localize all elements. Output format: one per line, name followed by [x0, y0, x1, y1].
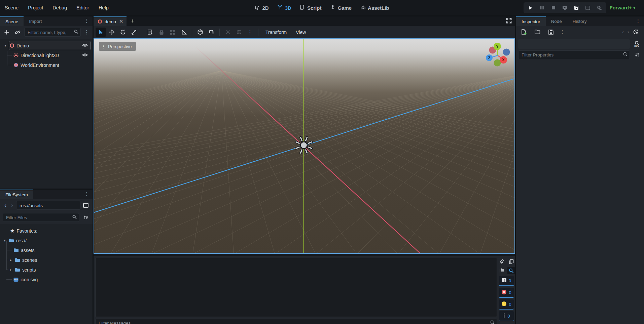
filter-messages-input[interactable] — [95, 319, 497, 324]
viewport-toolbar: ⋮ Transform View — [94, 26, 515, 38]
clear-log-icon[interactable] — [498, 258, 505, 265]
godot-file-icon — [13, 277, 19, 282]
workspace-3d-button[interactable]: 3D — [278, 5, 291, 11]
menu-scene[interactable]: Scene — [0, 0, 23, 15]
folder-icon — [15, 268, 20, 272]
menu-help[interactable]: Help — [94, 0, 113, 15]
property-tools-icon[interactable] — [632, 50, 642, 59]
workspace-game-button[interactable]: Game — [330, 5, 352, 11]
fs-row-scenes[interactable]: ▸ scenes — [0, 255, 93, 265]
inspector-object-row: DOC — [516, 39, 644, 49]
fs-row-icon-svg[interactable]: icon.svg — [0, 275, 93, 284]
preview-environment-icon[interactable] — [234, 28, 244, 37]
inspector-menu-icon[interactable]: ⋮ — [633, 18, 643, 24]
scene-node-row-demo[interactable]: ▾ Demo — [0, 41, 93, 50]
renderer-dropdown[interactable]: Forward+ ▾ — [610, 5, 635, 10]
load-resource-icon[interactable] — [532, 27, 542, 37]
tab-filesystem[interactable]: FileSystem — [0, 190, 33, 199]
chevron-right-icon[interactable]: ▸ — [9, 258, 13, 262]
visibility-eye-icon[interactable] — [82, 53, 88, 58]
play-button[interactable] — [526, 3, 536, 12]
copy-log-icon[interactable] — [507, 258, 515, 265]
select-tool-button[interactable] — [96, 28, 106, 37]
menu-debug[interactable]: Debug — [48, 0, 72, 15]
menu-project[interactable]: Project — [23, 0, 48, 15]
filter-properties-input[interactable] — [518, 50, 630, 59]
group-tool-icon[interactable] — [168, 28, 178, 37]
lock-tool-icon[interactable] — [156, 28, 167, 37]
view-menu[interactable]: View — [292, 30, 310, 35]
scene-tree-options-icon[interactable]: ⋮ — [83, 29, 90, 35]
light-gizmo-center[interactable] — [300, 142, 307, 149]
preview-sun-icon[interactable] — [223, 28, 233, 37]
object-history-icon[interactable] — [631, 27, 641, 37]
visibility-eye-icon[interactable] — [82, 43, 88, 48]
split-view-icon[interactable] — [82, 201, 90, 209]
scene-node-row-directionallight3d[interactable]: DirectionalLight3D — [0, 50, 93, 60]
stop-button[interactable] — [548, 3, 559, 12]
fs-row-scripts[interactable]: ▸ scripts — [0, 265, 93, 275]
workspace-2d-button[interactable]: 2D — [255, 5, 269, 11]
workspace-assetlib-button[interactable]: AssetLib — [360, 5, 389, 11]
tab-demo-scene[interactable]: demo ✕ — [94, 16, 127, 26]
new-scene-tab-button[interactable]: + — [127, 16, 138, 26]
instance-scene-button[interactable] — [13, 28, 22, 36]
filter-warnings-toggle[interactable]: 0 — [499, 299, 514, 310]
scene-filter-input[interactable] — [24, 28, 81, 37]
filter-standard-toggle[interactable]: 0 — [499, 276, 514, 286]
current-path[interactable]: res://assets — [16, 201, 80, 210]
snap-mode-button[interactable] — [195, 28, 205, 37]
history-forward-icon[interactable]: › — [627, 29, 629, 35]
sort-files-icon[interactable] — [82, 213, 90, 221]
filesystem-menu-icon[interactable]: ⋮ — [81, 191, 92, 197]
ruler-tool-button[interactable] — [179, 28, 189, 37]
distraction-free-icon[interactable] — [506, 17, 512, 25]
fs-row-favorites[interactable]: ★ Favorites: — [0, 226, 93, 236]
scene-dock-menu-icon[interactable]: ⋮ — [81, 18, 92, 24]
resource-options-icon[interactable]: ⋮ — [559, 29, 566, 35]
pause-button[interactable] — [537, 3, 547, 12]
collapse-duplicates-icon[interactable] — [498, 267, 505, 274]
scene-node-row-worldenvironment[interactable]: WorldEnvironment — [0, 60, 93, 70]
snap-toggle-icon[interactable] — [206, 28, 216, 37]
chevron-right-icon[interactable]: ▸ — [9, 268, 13, 272]
viewport-3d[interactable]: Y X Z ⋮ Perspective — [94, 38, 515, 254]
chevron-down-icon: ▾ — [3, 238, 7, 243]
preview-options-icon[interactable]: ⋮ — [245, 28, 255, 37]
projection-menu-button[interactable]: ⋮ Perspective — [99, 42, 136, 51]
focus-search-icon[interactable] — [507, 267, 515, 274]
move-tool-button[interactable] — [107, 28, 117, 37]
tab-node[interactable]: Node — [546, 16, 567, 26]
movie-maker-button[interactable] — [594, 3, 604, 12]
scene-tree: ▾ Demo DirectionalLight3D WorldEnvironme… — [0, 39, 93, 189]
scale-tool-button[interactable] — [129, 28, 139, 37]
play-custom-scene-button[interactable] — [583, 3, 593, 12]
fs-row-assets[interactable]: assets — [0, 245, 93, 255]
tab-scene[interactable]: Scene — [0, 16, 24, 26]
nav-forward-icon[interactable]: › — [9, 202, 15, 209]
rotate-tool-button[interactable] — [118, 28, 128, 37]
nav-back-icon[interactable]: ‹ — [3, 202, 8, 209]
save-resource-icon[interactable] — [546, 27, 556, 37]
add-node-button[interactable] — [3, 28, 11, 36]
fs-row-res[interactable]: ▾ res:// — [0, 236, 93, 245]
filter-errors-toggle[interactable]: 0 — [499, 288, 514, 298]
workspace-script-button[interactable]: Script — [300, 5, 322, 11]
close-icon[interactable]: ✕ — [119, 18, 123, 25]
play-scene-button[interactable] — [571, 3, 581, 12]
open-docs-icon[interactable]: DOC — [632, 39, 642, 49]
tab-inspector[interactable]: Inspector — [516, 16, 546, 26]
history-back-icon[interactable]: ‹ — [622, 29, 624, 35]
output-log-area[interactable] — [95, 258, 497, 317]
remote-debug-button[interactable] — [560, 3, 570, 12]
menu-editor[interactable]: Editor — [72, 0, 94, 15]
transform-menu[interactable]: Transform — [261, 30, 291, 35]
filter-editor-toggle[interactable]: 0 — [499, 311, 514, 321]
filesystem-tabbar: FileSystem ⋮ — [0, 190, 93, 199]
filter-files-input[interactable] — [3, 213, 79, 222]
axis-ball-neg-z[interactable] — [503, 49, 510, 56]
tab-import[interactable]: Import — [24, 16, 47, 26]
tab-history[interactable]: History — [567, 16, 592, 26]
list-select-tool-button[interactable] — [145, 28, 155, 37]
new-resource-icon[interactable] — [519, 27, 529, 37]
